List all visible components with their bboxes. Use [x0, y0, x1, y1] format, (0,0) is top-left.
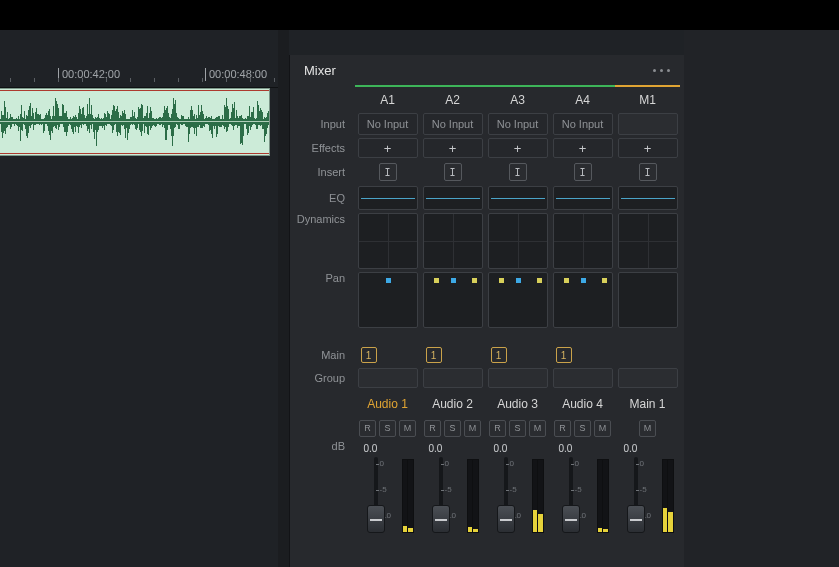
channel-name: A4 — [575, 87, 590, 113]
input-select[interactable]: No Input — [423, 113, 483, 135]
dynamics-graph[interactable] — [618, 213, 678, 269]
fader-meter: 0-5-10 — [358, 457, 418, 533]
level-meter — [597, 459, 609, 533]
solo-button[interactable]: S — [509, 420, 526, 437]
eq-graph[interactable] — [553, 186, 613, 210]
level-meter — [402, 459, 414, 533]
mute-button[interactable]: M — [594, 420, 611, 437]
db-value: 0.0 — [423, 439, 483, 457]
arm-record-button[interactable]: R — [489, 420, 506, 437]
main-assign[interactable] — [618, 345, 678, 365]
mute-button[interactable]: M — [399, 420, 416, 437]
fader-handle[interactable] — [627, 505, 645, 533]
track-label[interactable]: Audio 2 — [432, 391, 473, 417]
track-label[interactable]: Audio 4 — [562, 391, 603, 417]
dynamics-graph[interactable] — [358, 213, 418, 269]
channel-strip-A3: A3No Input+I1Audio 3RSM0.00-5-10 — [485, 85, 550, 533]
input-select[interactable]: No Input — [553, 113, 613, 135]
add-effect-button[interactable]: + — [358, 138, 418, 158]
input-select[interactable] — [618, 113, 678, 135]
group-assign[interactable] — [553, 368, 613, 388]
add-effect-button[interactable]: + — [423, 138, 483, 158]
group-assign[interactable] — [358, 368, 418, 388]
mixer-options-icon[interactable] — [653, 69, 670, 72]
timeline-panel[interactable]: 00:00:42:00 00:00:48:00 — [0, 30, 278, 567]
main-assign[interactable]: 1 — [488, 345, 548, 365]
input-select[interactable]: No Input — [488, 113, 548, 135]
pan-control[interactable] — [618, 272, 678, 328]
eq-graph[interactable] — [488, 186, 548, 210]
channel-strip-A4: A4No Input+I1Audio 4RSM0.00-5-10 — [550, 85, 615, 533]
fader-handle[interactable] — [497, 505, 515, 533]
channel-name: M1 — [639, 87, 656, 113]
level-meter — [662, 459, 674, 533]
solo-button[interactable]: S — [379, 420, 396, 437]
channel-name: A1 — [380, 87, 395, 113]
main-assign[interactable]: 1 — [553, 345, 613, 365]
channel-name: A3 — [510, 87, 525, 113]
channel-strip-A1: A1No Input+I1Audio 1RSM0.00-5-10 — [355, 85, 420, 533]
insert-button[interactable]: I — [444, 163, 462, 181]
db-value: 0.0 — [553, 439, 613, 457]
group-assign[interactable] — [423, 368, 483, 388]
fader-meter: 0-5-10 — [423, 457, 483, 533]
fader-handle[interactable] — [562, 505, 580, 533]
insert-button[interactable]: I — [379, 163, 397, 181]
ruler-timecode: 00:00:42:00 — [58, 68, 120, 81]
arm-record-button[interactable]: R — [359, 420, 376, 437]
mute-button[interactable]: M — [639, 420, 656, 437]
pan-control[interactable] — [423, 272, 483, 328]
fader-meter: 0-5-10 — [618, 457, 678, 533]
main-assign[interactable]: 1 — [358, 345, 418, 365]
add-effect-button[interactable]: + — [488, 138, 548, 158]
level-meter — [467, 459, 479, 533]
mixer-title: Mixer — [304, 63, 336, 78]
mute-button[interactable]: M — [464, 420, 481, 437]
db-value: 0.0 — [618, 439, 678, 457]
pan-control[interactable] — [553, 272, 613, 328]
dynamics-graph[interactable] — [553, 213, 613, 269]
track-label[interactable]: Audio 1 — [367, 391, 408, 417]
db-value: 0.0 — [358, 439, 418, 457]
channel-strip-A2: A2No Input+I1Audio 2RSM0.00-5-10 — [420, 85, 485, 533]
solo-button[interactable]: S — [574, 420, 591, 437]
mute-button[interactable]: M — [529, 420, 546, 437]
insert-button[interactable]: I — [639, 163, 657, 181]
channel-name: A2 — [445, 87, 460, 113]
eq-graph[interactable] — [358, 186, 418, 210]
group-assign[interactable] — [488, 368, 548, 388]
solo-button[interactable]: S — [444, 420, 461, 437]
fader-handle[interactable] — [432, 505, 450, 533]
dynamics-graph[interactable] — [488, 213, 548, 269]
audio-clip[interactable] — [0, 88, 270, 156]
fader-meter: 0-5-10 — [488, 457, 548, 533]
insert-button[interactable]: I — [509, 163, 527, 181]
timeline-ruler[interactable]: 00:00:42:00 00:00:48:00 — [0, 64, 278, 88]
group-assign[interactable] — [618, 368, 678, 388]
add-effect-button[interactable]: + — [618, 138, 678, 158]
dynamics-graph[interactable] — [423, 213, 483, 269]
eq-graph[interactable] — [618, 186, 678, 210]
db-value: 0.0 — [488, 439, 548, 457]
eq-graph[interactable] — [423, 186, 483, 210]
mixer-panel: Mixer Input Effects Insert EQ Dynamics P… — [289, 55, 684, 567]
channel-strip-M1: M1+IMain 1M0.00-5-10 — [615, 85, 680, 533]
track-label[interactable]: Main 1 — [629, 391, 665, 417]
fader-handle[interactable] — [367, 505, 385, 533]
ruler-timecode: 00:00:48:00 — [205, 68, 267, 81]
pan-control[interactable] — [488, 272, 548, 328]
add-effect-button[interactable]: + — [553, 138, 613, 158]
pan-control[interactable] — [358, 272, 418, 328]
fader-meter: 0-5-10 — [553, 457, 613, 533]
main-assign[interactable]: 1 — [423, 345, 483, 365]
insert-button[interactable]: I — [574, 163, 592, 181]
mixer-row-labels: Input Effects Insert EQ Dynamics Pan Mai… — [293, 85, 355, 533]
input-select[interactable]: No Input — [358, 113, 418, 135]
level-meter — [532, 459, 544, 533]
track-label[interactable]: Audio 3 — [497, 391, 538, 417]
arm-record-button[interactable]: R — [554, 420, 571, 437]
arm-record-button[interactable]: R — [424, 420, 441, 437]
